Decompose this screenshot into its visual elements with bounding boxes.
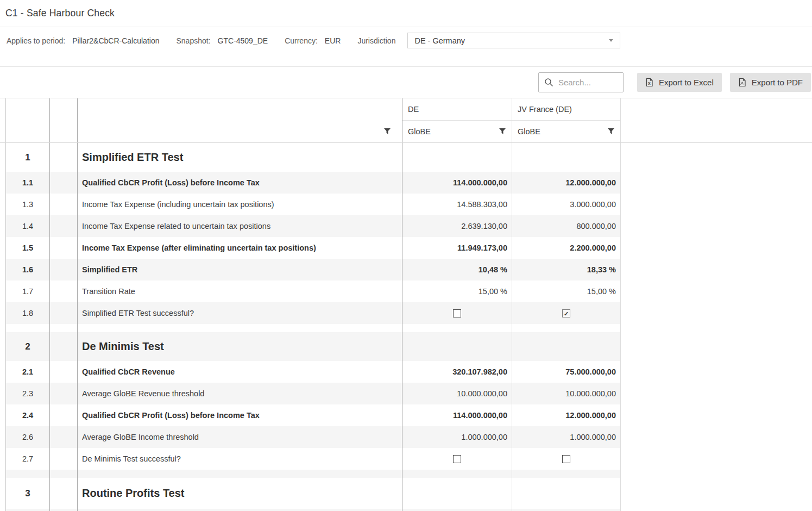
row-gap-cell (50, 215, 78, 237)
export-excel-button[interactable]: x Export to Excel (637, 73, 722, 92)
check-mark-icon: ✓ (564, 310, 569, 316)
header-label-column (78, 98, 402, 142)
row-gap-cell (50, 194, 78, 215)
value-cell-jv: 3.000.000,00 (512, 194, 621, 215)
spacer-row (0, 470, 812, 478)
row-gap-cell (50, 383, 78, 404)
row-left-gutter (0, 143, 5, 172)
data-row: 2.6Average GloBE Income threshold1.000.0… (0, 426, 812, 448)
filter-icon-label-column[interactable] (383, 128, 391, 135)
value-cell-jv: 12.000.000,00 (512, 404, 621, 426)
pdf-file-icon (738, 78, 746, 87)
row-label: Qualified CbCR Profit (Loss) before Inco… (78, 172, 402, 194)
section-title: Simplified ETR Test (78, 143, 402, 172)
row-number: 1.1 (5, 172, 50, 194)
export-pdf-button[interactable]: Export to PDF (730, 73, 811, 92)
row-gap-cell (50, 172, 78, 194)
row-label: Simplified ETR Test successful? (78, 302, 402, 324)
section-row: 2De Minimis Test (0, 332, 812, 361)
section-number: 2 (5, 332, 50, 361)
export-pdf-label: Export to PDF (752, 78, 803, 87)
section-title: Routine Profits Test (78, 478, 402, 509)
section-number: 3 (5, 478, 50, 509)
snapshot-value: GTC-4509_DE (218, 33, 268, 48)
row-number: 1.8 (5, 302, 50, 324)
row-label: Income Tax Expense related to uncertain … (78, 215, 402, 237)
spacer-row (0, 324, 812, 332)
checkbox-jv[interactable]: ✓ (562, 309, 570, 317)
row-gap-cell (50, 237, 78, 259)
row-label: Qualified CbCR Profit (Loss) before Inco… (78, 404, 402, 426)
currency-label: Currency: (285, 33, 318, 48)
data-row: 1.5Income Tax Expense (after eliminating… (0, 237, 812, 259)
header-gap-column (50, 98, 78, 142)
tail-cell (512, 509, 621, 511)
grid-toolbar: x Export to Excel Export to PDF (0, 67, 812, 98)
spacer-cell (512, 324, 621, 332)
header-column-jv-france: JV France (DE) GloBE (512, 98, 621, 142)
chevron-down-icon (609, 39, 613, 42)
search-icon (544, 78, 553, 87)
row-gap-cell (50, 426, 78, 448)
section-gap-cell (50, 478, 78, 509)
data-row: 1.1Qualified CbCR Profit (Loss) before I… (0, 172, 812, 194)
row-left-gutter (0, 324, 5, 332)
grid-panel: x Export to Excel Export to PDF (0, 66, 812, 511)
value-cell-jv: ✓ (512, 302, 621, 324)
section-value-cell-de (402, 332, 512, 361)
column-subtitle-jv: GloBE (518, 127, 607, 136)
row-label: De Minimis Test successful? (78, 448, 402, 470)
value-cell-de: 14.588.303,00 (402, 194, 512, 215)
value-cell-jv: 10.000.000,00 (512, 383, 621, 404)
row-number: 2.7 (5, 448, 50, 470)
value-cell-jv: 2.200.000,00 (512, 237, 621, 259)
grid-header: DE GloBE JV France (DE) GloBE (0, 98, 812, 143)
data-row: 2.4Qualified CbCR Profit (Loss) before I… (0, 404, 812, 426)
row-label: Income Tax Expense (after eliminating un… (78, 237, 402, 259)
search-box[interactable] (538, 72, 624, 92)
column-group-title-de: DE (402, 98, 512, 120)
section-row: 1Simplified ETR Test (0, 143, 812, 172)
tail-row (0, 509, 812, 511)
jurisdiction-selected-value: DE - Germany (414, 36, 609, 45)
svg-text:x: x (648, 80, 651, 86)
row-gap-cell (50, 361, 78, 383)
section-row: 3Routine Profits Test (0, 478, 812, 509)
page-title: C1 - Safe Harbour Check (5, 8, 812, 19)
section-number: 1 (5, 143, 50, 172)
row-gap-cell (50, 302, 78, 324)
data-row: 1.7Transition Rate15,00 %15,00 % (0, 281, 812, 302)
row-left-gutter (0, 172, 5, 194)
value-cell-jv: 800.000,00 (512, 215, 621, 237)
column-group-title-jv: JV France (DE) (512, 98, 620, 120)
data-row: 2.1Qualified CbCR Revenue320.107.982,007… (0, 361, 812, 383)
value-cell-jv: 15,00 % (512, 281, 621, 302)
filter-icon-jv-column[interactable] (607, 128, 615, 135)
search-input[interactable] (558, 78, 619, 87)
row-number: 1.4 (5, 215, 50, 237)
section-value-cell-jv (512, 143, 621, 172)
snapshot-label: Snapshot: (176, 33, 210, 48)
row-number: 1.6 (5, 259, 50, 281)
row-gap-cell (50, 259, 78, 281)
checkbox-de[interactable]: ✓ (453, 309, 461, 317)
page-header: C1 - Safe Harbour Check (0, 0, 812, 27)
checkbox-jv[interactable]: ✓ (562, 455, 570, 463)
row-left-gutter (0, 237, 5, 259)
value-cell-de: ✓ (402, 302, 512, 324)
data-row: 1.6Simplified ETR10,48 %18,33 % (0, 259, 812, 281)
data-row: 2.7De Minimis Test successful?✓✓ (0, 448, 812, 470)
value-cell-de: ✓ (402, 448, 512, 470)
value-cell-jv: 75.000.000,00 (512, 361, 621, 383)
jurisdiction-dropdown[interactable]: DE - Germany (407, 33, 620, 48)
row-number: 1.7 (5, 281, 50, 302)
row-left-gutter (0, 509, 5, 511)
checkbox-de[interactable]: ✓ (453, 455, 461, 463)
section-gap-cell (50, 143, 78, 172)
row-number: 2.3 (5, 383, 50, 404)
section-value-cell-de (402, 143, 512, 172)
filter-icon-de-column[interactable] (499, 128, 506, 135)
spacer-cell (50, 470, 78, 478)
row-left-gutter (0, 478, 5, 509)
row-number: 2.1 (5, 361, 50, 383)
